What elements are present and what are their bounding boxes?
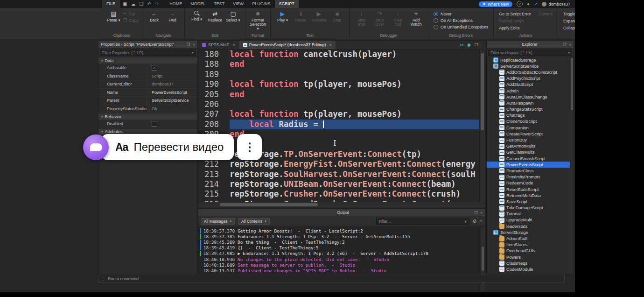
resume-button[interactable]: ▶Resume [310, 9, 328, 23]
explorer-item-redeemcode[interactable]: RedeemCode [487, 180, 574, 186]
property-row-archivable[interactable]: Archivable✓ [98, 64, 197, 72]
help-icon[interactable]: ? [517, 1, 523, 7]
dock-window-icon[interactable]: ❐ [475, 42, 478, 47]
explorer-item-chattags[interactable]: ChatTags [487, 113, 574, 119]
format-selection-button[interactable]: ≡Format Selection ▾ [249, 9, 267, 32]
output-line[interactable]: 18:39:45.369Do the thing - Client - Test… [198, 239, 485, 245]
code-area[interactable]: 180local function cancelCrush(player)188… [198, 50, 485, 202]
property-row-propertystatusstudio[interactable]: PropertyStatusStudioOk [98, 105, 197, 113]
properties-section-behavior[interactable]: ▾Behavior [98, 113, 197, 120]
code-line-213[interactable]: 213repStorage.SoulHarvest.OnServerEvent:… [198, 170, 485, 179]
explorer-item-addstatscript[interactable]: AddStatScript [487, 82, 574, 88]
menu-tab-plugins[interactable]: PLUGINS [248, 0, 275, 8]
scrollbar-thumb[interactable] [482, 247, 484, 271]
explorer-item-overheadguis[interactable]: OverheadGUIs [487, 248, 574, 254]
share-icon[interactable]: ↗ [534, 1, 538, 7]
property-value[interactable]: ServerScriptService [149, 97, 197, 105]
select-button[interactable]: ▢Select ▾ [224, 9, 242, 23]
step-into-button[interactable]: ↓Step Into [353, 9, 370, 28]
publish-icon[interactable]: ☁ [131, 0, 135, 8]
go-to-script-error-button[interactable]: Go to Script Error [499, 12, 531, 16]
explorer-item-addorsubtractcoinsscript[interactable]: AddOrSubtractCoinsScript [487, 69, 574, 75]
code-line-207[interactable]: 207local function tp(player, mousePos) [198, 109, 485, 119]
property-value[interactable]: Script [149, 72, 197, 80]
explorer-filter-input[interactable]: Filter workspace (⌃⇧X) ▾ [488, 50, 572, 56]
dock-icon[interactable]: ❐ [563, 42, 566, 47]
code-line-212[interactable]: 212repStorage.EnergyFist.OnServerEvent:C… [198, 159, 485, 169]
property-row-name[interactable]: NamePowerEventsScript [98, 89, 197, 97]
explorer-item-leaderstats[interactable]: leaderstats [487, 223, 574, 229]
line-number[interactable]: 208 [198, 120, 223, 129]
explorer-item-createpowerscript[interactable]: CreatePowerScript [487, 131, 574, 137]
explorer-item-powereventsscript[interactable]: PowerEventsScript [487, 162, 574, 168]
dock-icon[interactable]: ❐ [474, 211, 477, 215]
paste-button[interactable]: ▤Paste ▾ [105, 9, 122, 23]
property-row-parent[interactable]: ParentServerScriptService [98, 97, 197, 105]
reload-script-button[interactable]: Reload Script [499, 19, 531, 23]
undo-icon[interactable]: ↶ [147, 0, 151, 8]
open-icon[interactable]: ❐ [139, 0, 143, 8]
replace-button[interactable]: ⇄Replace [206, 9, 224, 23]
fwd-button[interactable]: →Fwd [164, 9, 181, 23]
step-over-button[interactable]: ↷Step Over [371, 9, 388, 28]
explorer-item-serverstorage[interactable]: ServerStorage [487, 229, 574, 235]
property-row-currenteditor[interactable]: CurrentEditordomboss37 [98, 80, 197, 89]
close-icon[interactable]: × [569, 42, 571, 47]
chevron-down-icon[interactable]: ▾ [192, 51, 194, 55]
output-line[interactable]: 18:40:10.936No changes to the place dete… [198, 256, 485, 262]
live-status-icon[interactable]: ● [527, 1, 530, 7]
line-number[interactable]: 207 [198, 109, 223, 119]
explorer-item-addpsychicscript[interactable]: AddPsychicScript [487, 76, 574, 82]
dock-icon[interactable]: ❐ [187, 42, 190, 47]
property-value[interactable]: domboss37 [149, 80, 197, 88]
editor-tab-spts-map[interactable]: SPTS MAP× [198, 41, 239, 49]
explorer-item-admin[interactable]: Admin [487, 88, 574, 94]
property-row-classname[interactable]: ClassNameScript [98, 72, 197, 81]
toggle-comment-button[interactable]: Toggle Comment [563, 12, 575, 16]
scrollbar-thumb[interactable] [481, 53, 484, 130]
expand-all-folds-button[interactable]: Expand All Folds [563, 19, 575, 23]
menu-tab-test[interactable]: TEST [210, 0, 229, 8]
code-line-215[interactable]: 215repStorage.Crusher.OnServerEvent:Conn… [198, 189, 485, 199]
overlay-menu-button[interactable]: ⋮ [237, 134, 262, 160]
output-line[interactable]: 18:39:47.985▶ Endurance: 1.1 Strength: 1… [198, 251, 485, 256]
radio-never[interactable]: Never [434, 12, 488, 16]
explorer-item-adminstuff[interactable]: AdminStuff [487, 235, 574, 241]
collapse-all-folds-button[interactable]: Collapse All Folds [563, 26, 575, 30]
editor-horizontal-scrollbar[interactable] [198, 202, 485, 207]
checkbox-checked[interactable]: ✓ [152, 65, 157, 71]
scrollbar-thumb[interactable] [220, 203, 318, 206]
editor-vertical-scrollbar[interactable] [479, 50, 485, 202]
file-menu-button[interactable]: FILE [102, 0, 120, 8]
line-number[interactable]: 213 [198, 170, 223, 179]
close-icon[interactable]: × [480, 211, 483, 215]
property-value[interactable]: Ok [149, 105, 197, 113]
property-value[interactable]: PowerEventsScript [149, 89, 197, 97]
radio-on-all-exceptions[interactable]: On All Exceptions [434, 18, 488, 23]
explorer-item-promoteclass[interactable]: PromoteClass [487, 168, 574, 174]
line-number[interactable]: 180 [198, 50, 223, 59]
explorer-item-getclassmults[interactable]: GetClassMults [487, 149, 574, 156]
menu-tab-script[interactable]: SCRIPT [275, 0, 299, 8]
fold-arrow-icon[interactable] [223, 79, 230, 89]
line-number[interactable]: 215 [198, 189, 223, 199]
command-bar[interactable]: ⋮ Run a command [98, 275, 565, 283]
stop-button[interactable]: ■Stop [329, 9, 346, 23]
explorer-item-powers[interactable]: Powers [487, 254, 574, 260]
explorer-item-proximityprompts[interactable]: ProximityPrompts [487, 174, 574, 180]
explorer-item-codesmodule[interactable]: CodesModule [487, 266, 574, 272]
whats-new-button[interactable]: ★ What's New [479, 1, 512, 7]
line-number[interactable]: 190 [198, 79, 223, 89]
close-icon[interactable]: × [233, 42, 235, 47]
step-out-button[interactable]: ↑Step Out [389, 9, 406, 28]
apply-edits-button[interactable]: Apply Edits [499, 26, 531, 30]
code-line-190[interactable]: 190local function tp(player, mousePos) [198, 79, 485, 89]
property-value[interactable] [149, 120, 197, 128]
code-line-206[interactable]: 206 [198, 99, 485, 109]
explorer-item-classreqs[interactable]: ClassReqs [487, 260, 574, 266]
fold-arrow-icon[interactable] [223, 109, 230, 119]
explorer-item-takedamagescript[interactable]: TakeDamageScript [487, 205, 574, 211]
radio-on-unhandled-exceptions[interactable]: On Unhandled Exceptions [434, 25, 488, 29]
explorer-item-fusionbuy[interactable]: FusionBuy [487, 137, 574, 143]
menu-tab-model[interactable]: MODEL [186, 0, 210, 8]
